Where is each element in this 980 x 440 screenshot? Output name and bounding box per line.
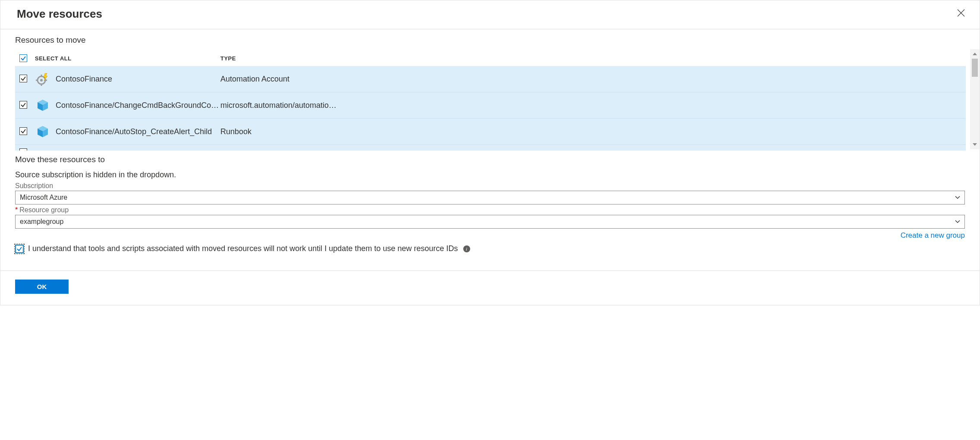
svg-rect-5: [45, 80, 47, 81]
row-checkbox[interactable]: [19, 148, 27, 151]
table-header: SELECT ALL TYPE: [15, 51, 966, 66]
scroll-thumb[interactable]: [972, 59, 978, 77]
resources-heading: Resources to move: [15, 35, 978, 45]
ok-button[interactable]: OK: [15, 280, 69, 294]
acknowledge-row: I understand that tools and scripts asso…: [15, 244, 965, 253]
resource-type: microsoft.automation/automatio…: [220, 101, 961, 110]
info-icon[interactable]: i: [463, 245, 470, 252]
move-resources-panel: Move resources Resources to move SELECT …: [0, 0, 980, 305]
row-checkbox[interactable]: [19, 101, 27, 109]
resource-name: ContosoFinance/AutoStop_CreateAlert_Chil…: [56, 127, 212, 136]
chevron-down-icon: [955, 219, 960, 225]
automation-account-icon: [35, 71, 50, 87]
panel-footer: OK: [0, 270, 980, 305]
acknowledge-text: I understand that tools and scripts asso…: [28, 244, 458, 253]
resource-group-dropdown[interactable]: examplegroup: [15, 215, 965, 229]
resource-name: ContosoFinance/AutoStop_CreateAlert_Pare…: [56, 149, 217, 151]
acknowledge-checkbox[interactable]: [15, 245, 24, 253]
table-row[interactable]: ContosoFinance/ChangeCmdBackGroundCol… m…: [15, 92, 966, 119]
resource-name: ContosoFinance/ChangeCmdBackGroundCol…: [56, 101, 220, 110]
create-new-group-link[interactable]: Create a new group: [901, 231, 965, 239]
close-button[interactable]: [955, 6, 967, 21]
panel-header: Move resources: [0, 0, 980, 29]
table-row[interactable]: ContosoFinance/AutoStop_CreateAlert_Chil…: [15, 119, 966, 145]
subscription-value: Microsoft Azure: [20, 194, 67, 201]
close-icon: [957, 9, 965, 17]
scrollbar[interactable]: [970, 49, 980, 149]
resource-name: ContosoFinance: [56, 75, 112, 84]
chevron-down-icon: [955, 195, 960, 201]
cube-icon: [35, 146, 50, 151]
row-checkbox[interactable]: [19, 75, 27, 82]
row-checkbox[interactable]: [19, 127, 27, 135]
subscription-dropdown[interactable]: Microsoft Azure: [15, 191, 965, 204]
svg-point-1: [40, 79, 43, 82]
destination-section: Move these resources to Source subscript…: [0, 151, 980, 253]
svg-rect-4: [36, 80, 38, 81]
scroll-up-arrow[interactable]: [970, 49, 980, 59]
destination-hint: Source subscription is hidden in the dro…: [15, 170, 965, 179]
table-row[interactable]: ContosoFinance/AutoStop_CreateAlert_Pare…: [15, 145, 966, 151]
resource-group-label: *Resource group: [15, 206, 965, 214]
resources-table[interactable]: ContosoFinance Automation Account: [15, 66, 966, 151]
cube-icon: [35, 97, 50, 113]
table-row[interactable]: ContosoFinance Automation Account: [15, 66, 966, 92]
select-all-label: SELECT ALL: [35, 55, 220, 62]
cube-icon: [35, 124, 50, 139]
subscription-label: Subscription: [15, 182, 965, 190]
select-all-checkbox[interactable]: [19, 54, 27, 62]
scroll-down-arrow[interactable]: [970, 140, 980, 149]
svg-rect-2: [41, 75, 42, 77]
type-header: TYPE: [220, 55, 961, 62]
resource-type: Runbook: [220, 127, 961, 136]
resources-section: Resources to move SELECT ALL TYPE: [0, 29, 980, 151]
panel-title: Move resources: [17, 7, 102, 21]
resource-type: Automation Account: [220, 75, 961, 84]
resource-group-value: examplegroup: [20, 218, 63, 226]
destination-heading: Move these resources to: [15, 155, 965, 164]
svg-rect-3: [41, 84, 42, 86]
